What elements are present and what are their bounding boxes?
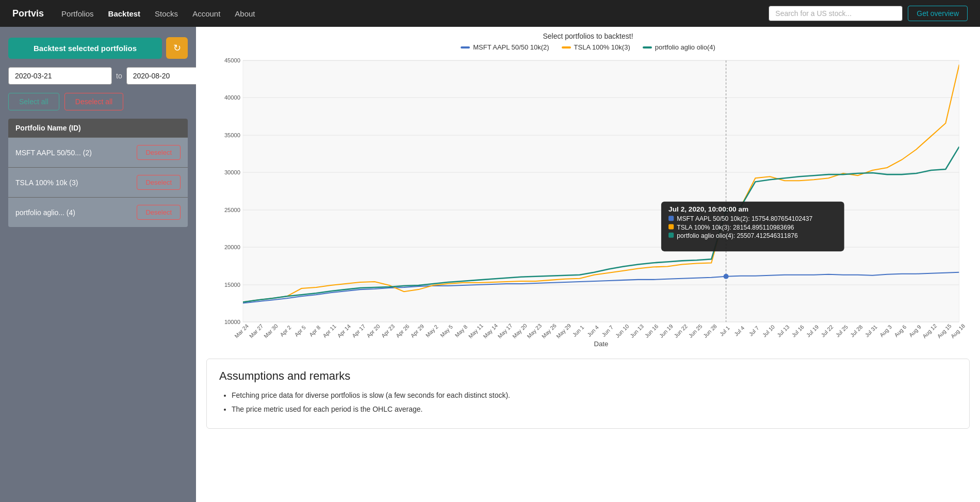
nav-search-area: Get overview	[769, 6, 968, 21]
y-label-40000: 40000	[224, 94, 240, 101]
svg-text:May 26: May 26	[541, 322, 558, 339]
svg-text:May 23: May 23	[526, 322, 543, 339]
svg-text:Jul 16: Jul 16	[790, 323, 805, 338]
svg-text:Mar 30: Mar 30	[263, 322, 279, 339]
legend-label-2: TSLA 100% 10k(3)	[574, 43, 630, 51]
tooltip-dot-blue	[724, 274, 729, 279]
deselect-button-1[interactable]: Deselect	[137, 145, 181, 160]
nav-about[interactable]: About	[234, 7, 256, 20]
date-from-input[interactable]	[8, 67, 112, 85]
backtest-button[interactable]: Backtest selected portfolios	[8, 38, 162, 59]
svg-text:Jun 22: Jun 22	[673, 323, 689, 339]
deselect-button-2[interactable]: Deselect	[137, 175, 181, 190]
svg-text:May 5: May 5	[439, 323, 454, 338]
nav-account[interactable]: Account	[191, 7, 221, 20]
legend-item-2: TSLA 100% 10k(3)	[562, 43, 630, 51]
svg-text:Jul 19: Jul 19	[805, 323, 820, 338]
get-overview-button[interactable]: Get overview	[908, 6, 968, 21]
assumption-item-2: The price metric used for each period is…	[232, 404, 957, 415]
svg-text:MSFT AAPL 50/50 10k(2): 15754.: MSFT AAPL 50/50 10k(2): 15754.8076541024…	[677, 215, 812, 222]
chart-title: Select portfolios to backtest!	[206, 32, 970, 40]
svg-text:portfolio aglio olio(4): 25507: portfolio aglio olio(4): 25507.412546311…	[677, 232, 798, 239]
y-label-35000: 35000	[224, 132, 240, 138]
portfolio-row-2: TSLA 100% 10k (3) Deselect	[8, 167, 188, 197]
chart-tooltip-svg: Jul 2, 2020, 10:00:00 am MSFT AAPL 50/50…	[661, 202, 844, 251]
y-label-10000: 10000	[224, 319, 240, 325]
y-label-45000: 45000	[224, 57, 240, 63]
svg-text:Aug 15: Aug 15	[936, 322, 952, 339]
svg-text:Jul 13: Jul 13	[776, 323, 791, 338]
svg-text:May 11: May 11	[467, 322, 484, 339]
portfolio-name-2: TSLA 100% 10k (3)	[15, 179, 78, 187]
svg-text:May 20: May 20	[511, 322, 528, 339]
select-deselect-row: Select all Deselect all	[8, 93, 188, 110]
content-area: Select portfolios to backtest! MSFT AAPL…	[196, 27, 980, 502]
svg-text:Jul 4: Jul 4	[733, 325, 745, 337]
svg-text:May 17: May 17	[496, 322, 513, 339]
legend-item-3: portfolio aglio olio(4)	[643, 43, 715, 51]
y-label-15000: 15000	[224, 282, 240, 288]
svg-text:May 14: May 14	[482, 322, 499, 339]
legend-color-2	[562, 46, 571, 48]
svg-text:Apr 5: Apr 5	[293, 324, 307, 338]
svg-text:Apr 2: Apr 2	[279, 324, 292, 338]
assumptions-title: Assumptions and remarks	[219, 369, 957, 383]
svg-text:May 2: May 2	[424, 323, 439, 338]
svg-text:Jul 25: Jul 25	[835, 323, 850, 338]
svg-text:Mar 27: Mar 27	[248, 322, 265, 339]
chart-svg: 10000 15000 20000 25000 30000 35000 4000…	[206, 55, 970, 348]
refresh-button[interactable]: ↻	[166, 37, 188, 59]
svg-text:Apr 20: Apr 20	[365, 323, 381, 339]
date-range-row: to	[8, 67, 188, 85]
svg-text:TSLA 100% 10k(3): 28154.895110: TSLA 100% 10k(3): 28154.895110983696	[677, 224, 794, 231]
portfolio-row-3: portfolio aglio... (4) Deselect	[8, 197, 188, 227]
y-label-20000: 20000	[224, 244, 240, 250]
sidebar: Backtest selected portfolios ↻ to Select…	[0, 27, 196, 502]
svg-text:Jul 1: Jul 1	[718, 325, 731, 337]
nav-stocks[interactable]: Stocks	[154, 7, 179, 20]
svg-text:Jul 7: Jul 7	[747, 325, 760, 337]
svg-text:Jun 10: Jun 10	[614, 323, 630, 339]
svg-text:Jul 28: Jul 28	[849, 323, 864, 338]
svg-text:Jun 28: Jun 28	[702, 323, 718, 339]
svg-text:Apr 11: Apr 11	[321, 323, 337, 339]
svg-text:Jun 7: Jun 7	[600, 324, 614, 338]
svg-text:Apr 14: Apr 14	[336, 323, 352, 339]
svg-text:Aug 6: Aug 6	[893, 323, 907, 338]
svg-text:Jul 31: Jul 31	[863, 323, 878, 338]
svg-text:Mar 24: Mar 24	[233, 322, 250, 339]
svg-text:Jun 19: Jun 19	[658, 323, 674, 339]
chart-container: Select portfolios to backtest! MSFT AAPL…	[196, 27, 980, 348]
select-all-button[interactable]: Select all	[8, 93, 59, 110]
backtest-row: Backtest selected portfolios ↻	[8, 37, 188, 59]
brand-logo: Portvis	[12, 8, 44, 19]
svg-text:Aug 18: Aug 18	[950, 322, 966, 339]
assumptions-list: Fetching price data for diverse portfoli…	[219, 390, 957, 415]
nav-backtest[interactable]: Backtest	[107, 7, 142, 20]
portfolio-name-3: portfolio aglio... (4)	[15, 208, 75, 217]
chart-legend: MSFT AAPL 50/50 10k(2) TSLA 100% 10k(3) …	[206, 43, 970, 51]
svg-text:Jun 25: Jun 25	[687, 323, 703, 339]
nav-portfolios[interactable]: Portfolios	[60, 7, 95, 20]
deselect-all-button[interactable]: Deselect all	[64, 93, 123, 110]
date-to-input[interactable]	[126, 67, 196, 85]
x-axis-title: Date	[594, 340, 608, 348]
svg-text:Apr 8: Apr 8	[308, 324, 322, 338]
legend-label-1: MSFT AAPL 50/50 10k(2)	[473, 43, 549, 51]
main-layout: Backtest selected portfolios ↻ to Select…	[0, 27, 980, 502]
chart-wrapper: 10000 15000 20000 25000 30000 35000 4000…	[206, 55, 970, 348]
svg-text:Aug 9: Aug 9	[908, 323, 922, 338]
svg-text:May 29: May 29	[555, 322, 572, 339]
navbar: Portvis Portfolios Backtest Stocks Accou…	[0, 0, 980, 27]
assumptions-section: Assumptions and remarks Fetching price d…	[206, 359, 970, 429]
search-input[interactable]	[769, 6, 903, 21]
legend-color-1	[461, 46, 470, 48]
svg-text:May 8: May 8	[453, 323, 468, 338]
legend-label-3: portfolio aglio olio(4)	[655, 43, 715, 51]
svg-text:Apr 17: Apr 17	[351, 323, 367, 339]
svg-text:Jul 22: Jul 22	[820, 323, 835, 338]
deselect-button-3[interactable]: Deselect	[137, 205, 181, 220]
svg-text:Aug 3: Aug 3	[878, 323, 893, 338]
svg-text:Apr 23: Apr 23	[380, 323, 396, 339]
svg-text:Apr 29: Apr 29	[409, 323, 425, 339]
